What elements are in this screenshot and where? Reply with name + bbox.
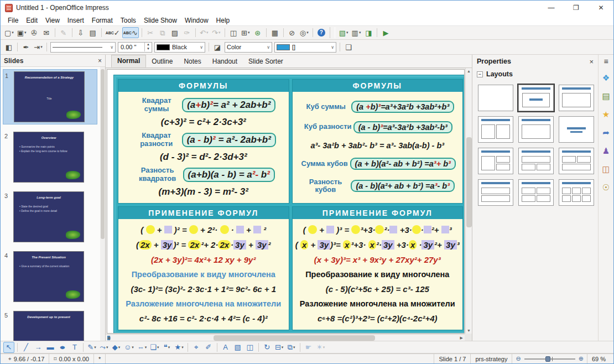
zoom-slider[interactable] (524, 358, 575, 360)
clone-formatting-button[interactable]: ✑ (181, 27, 192, 38)
tab-handout[interactable]: Handout (207, 56, 243, 67)
zoom-in-icon[interactable]: ⊕ (579, 355, 584, 362)
menu-tools[interactable]: Tools (117, 15, 140, 25)
align-button[interactable]: ⊟▾ (274, 342, 285, 353)
fill-color-select[interactable]: []∨ (274, 42, 336, 53)
arrow-tool-button[interactable]: → (33, 342, 44, 353)
layout-option-2[interactable] (518, 85, 554, 111)
email-button[interactable]: ✉ (41, 27, 52, 38)
slide-design-button[interactable]: ◨ (363, 27, 374, 38)
symbol-shapes-button[interactable]: ☺▾ (123, 342, 135, 353)
menu-view[interactable]: View (41, 15, 64, 25)
maximize-button[interactable]: ❐ (564, 1, 589, 15)
zoom-slider-thumb[interactable] (545, 356, 550, 362)
export-pdf-button[interactable]: ⇩ (75, 27, 86, 38)
sidebar-tab-gallery[interactable]: ◫ (600, 163, 613, 176)
sidebar-tab-animation[interactable]: ★ (600, 108, 613, 121)
insert-table-button[interactable]: ⊞▾ (240, 27, 251, 38)
spellcheck-button[interactable]: ABC✓ (105, 27, 121, 38)
menu-file[interactable]: File (4, 15, 22, 25)
horizontal-scroll-thumb[interactable] (214, 335, 375, 341)
undo-button[interactable]: ↶▾ (199, 27, 210, 38)
menu-insert[interactable]: Insert (64, 15, 88, 25)
edit-file-button[interactable]: ✎ (58, 27, 69, 38)
connector-button[interactable]: ⤳▾ (98, 342, 110, 353)
zoom-pan-button[interactable]: ⊘ (287, 27, 298, 38)
select-button[interactable]: ↖ (3, 342, 14, 353)
from-file-button[interactable]: ▧ (232, 342, 243, 353)
insert-chart-button[interactable]: ◫ (228, 27, 239, 38)
glue-points-button[interactable]: ✐ (203, 342, 214, 353)
fill-style-button[interactable]: ◪ (212, 41, 223, 53)
rotate-button[interactable]: ↻ (262, 342, 273, 353)
properties-close-icon[interactable]: × (589, 58, 594, 66)
stars-button[interactable]: ★▾ (173, 342, 184, 353)
animation-effects-button[interactable]: ✶▾ (315, 342, 326, 353)
layout-option-3[interactable] (559, 85, 594, 111)
open-button[interactable]: ▣▾ (16, 27, 28, 38)
display-grid-button[interactable]: ▦ (269, 27, 280, 38)
sidebar-tab-styles[interactable]: ♟ (600, 144, 613, 158)
tab-outline[interactable]: Outline (146, 56, 178, 67)
layout-option-12[interactable] (559, 179, 594, 206)
layout-option-11[interactable] (518, 179, 554, 206)
presentation-panel-button[interactable]: ◧ (3, 41, 14, 53)
layout-option-10[interactable] (478, 179, 513, 206)
rectangle-button[interactable]: ▬ (45, 342, 56, 353)
slides-scroll-thumb[interactable] (101, 69, 105, 239)
tab-notes[interactable]: Notes (178, 56, 206, 67)
sidebar-tab-properties[interactable]: ❖ (600, 71, 613, 85)
menu-format[interactable]: Format (88, 15, 117, 25)
slide-layout-button[interactable]: ▥▾ (351, 27, 362, 38)
new-button[interactable]: ▢▾ (3, 27, 15, 38)
menu-edit[interactable]: Edit (22, 15, 41, 25)
shadow-button[interactable]: ❑ (343, 41, 354, 53)
layout-option-4[interactable] (478, 116, 513, 143)
layouts-collapse-icon[interactable]: − (477, 71, 483, 77)
vertical-scroll-thumb[interactable] (466, 137, 472, 227)
slide-thumb-1[interactable]: 1Recommendation of a StrategyTitle (3, 69, 97, 124)
zoom-button[interactable]: ◎▾ (299, 27, 310, 38)
slide-thumb-4[interactable]: 4The Present Situation• Give a summary o… (3, 249, 97, 304)
sidebar-tab-transition[interactable]: ▤ (600, 90, 613, 103)
flowchart-button[interactable]: ❏▾ (149, 342, 160, 353)
line-color-select[interactable]: Black∨ (154, 42, 205, 53)
new-slide-button[interactable]: ▧▾ (338, 27, 350, 38)
gallery-tool-button[interactable]: ◫ (244, 342, 256, 353)
sidebar-menu-icon[interactable]: ≡ (603, 57, 608, 66)
slides-scrollbar[interactable] (100, 67, 105, 341)
basic-shapes-button[interactable]: ◆▾ (111, 342, 122, 353)
copy-button[interactable]: ⧉ (157, 27, 168, 38)
menu-window[interactable]: Window (181, 15, 212, 25)
ellipse-button[interactable]: ● (57, 342, 68, 353)
layout-option-8[interactable] (518, 148, 554, 174)
block-arrows-button[interactable]: ⇔▾ (136, 342, 148, 353)
interaction-button[interactable]: ☛ (303, 342, 314, 353)
save-button[interactable]: ✇ (29, 27, 40, 38)
hyperlink-button[interactable]: ⊛ (252, 27, 263, 38)
layout-option-6[interactable] (559, 116, 594, 143)
autospellcheck-button[interactable]: ABC∿ (122, 27, 139, 38)
text-tool-button[interactable]: T (69, 342, 80, 353)
help-button[interactable]: ? (316, 27, 327, 38)
slides-panel-close-icon[interactable]: × (98, 57, 102, 65)
slide-thumb-2[interactable]: 2Overview• Summarize the main points• Ex… (3, 130, 97, 184)
arrow-style-button[interactable]: ⇥▾ (33, 41, 44, 53)
sidebar-tab-navigator[interactable]: ☉ (600, 181, 613, 194)
slide-show-button[interactable]: ▶ (380, 27, 391, 38)
sidebar-tab-master-pages[interactable]: ➦ (600, 126, 613, 139)
line-tool-button[interactable]: ╱ (20, 342, 32, 353)
spin-arrows[interactable]: ▲▼ (144, 43, 152, 51)
menu-help[interactable]: Help (212, 15, 234, 25)
fill-type-select[interactable]: Color∨ (225, 42, 272, 53)
zoom-out-icon[interactable]: ⊖ (516, 355, 521, 362)
tab-normal[interactable]: Normal (111, 55, 146, 67)
slide-surface[interactable]: ФОРМУЛЫКвадрат суммы(a+b)²= a² + 2ab+b²(… (107, 69, 465, 334)
print-button[interactable]: ▤ (87, 27, 98, 38)
vertical-scrollbar[interactable]: ▲ ▼ (465, 68, 472, 334)
line-style-select[interactable]: ∨ (50, 42, 116, 53)
fontwork-button[interactable]: A (220, 342, 231, 353)
menu-slide-show[interactable]: Slide Show (140, 15, 181, 25)
curve-button[interactable]: ✎▾ (86, 342, 97, 353)
line-width-input[interactable]: 0.00 "▲▼ (118, 42, 152, 53)
